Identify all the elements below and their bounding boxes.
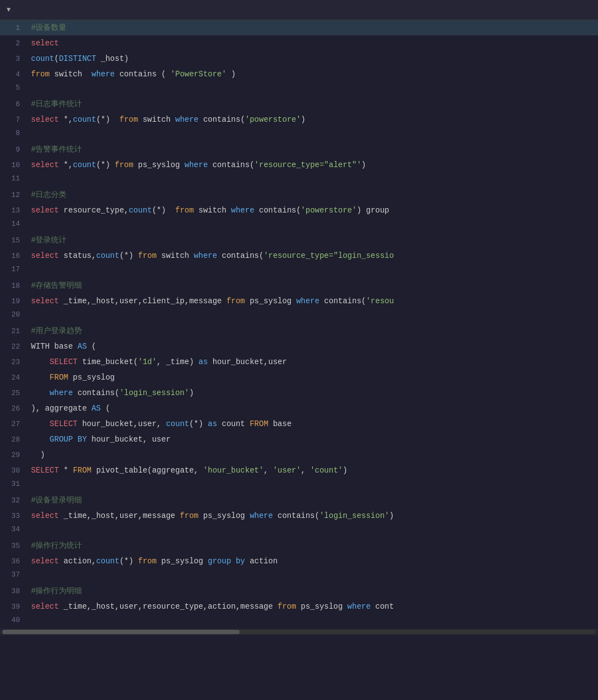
table-row: 13 select resource_type,count(*) from sw… — [0, 203, 598, 218]
line-number: 39 — [0, 602, 29, 611]
line-number: 40 — [0, 615, 29, 624]
table-row: 18 #存储告警明细 — [0, 278, 598, 293]
editor-container: ▼ 1 #设备数量 2 select 3 count(DISTINCT _hos… — [0, 0, 598, 700]
line-content: select *,count(*) from switch where cont… — [29, 112, 598, 127]
line-number: 1 — [0, 23, 29, 32]
table-row: 20 — [0, 309, 598, 323]
line-content: select _time,_host,user,resource_type,ac… — [29, 599, 598, 614]
line-content: WITH base AS ( — [29, 339, 598, 354]
line-number: 20 — [0, 309, 29, 319]
line-number: 3 — [0, 54, 29, 63]
table-row: 4 from switch where contains ( 'PowerSto… — [0, 66, 598, 82]
table-row: 27 SELECT hour_bucket,user, count(*) as … — [0, 416, 598, 432]
line-content: select status,count(*) from switch where… — [29, 248, 598, 263]
table-row: 14 — [0, 218, 598, 232]
line-number: 33 — [0, 511, 29, 520]
line-number: 27 — [0, 419, 29, 428]
toolbar: ▼ — [0, 0, 598, 20]
table-row: 8 — [0, 127, 598, 142]
line-content: ) — [29, 448, 598, 462]
table-row: 35 #操作行为统计 — [0, 538, 598, 553]
line-content: select — [29, 36, 598, 50]
line-content: select _time,_host,user,client_ip,messag… — [29, 294, 598, 308]
line-content: SELECT time_bucket('1d', _time) as hour_… — [29, 355, 598, 369]
table-row: 15 #登录统计 — [0, 232, 598, 248]
table-row: 26 ), aggregate AS ( — [0, 401, 598, 416]
table-row: 25 where contains('login_session') — [0, 385, 598, 401]
line-number: 14 — [0, 219, 29, 228]
line-content: where contains('login_session') — [29, 386, 598, 400]
line-number: 13 — [0, 205, 29, 215]
line-content: #设备登录明细 — [29, 493, 598, 507]
line-number: 6 — [0, 99, 29, 108]
line-content: #操作行为统计 — [29, 538, 598, 553]
line-number: 30 — [0, 465, 29, 475]
line-number: 10 — [0, 160, 29, 169]
table-row: 28 GROUP BY hour_bucket, user — [0, 432, 598, 447]
line-content: ), aggregate AS ( — [29, 401, 598, 416]
line-number: 21 — [0, 326, 29, 335]
line-content: GROUP BY hour_bucket, user — [29, 432, 598, 447]
line-number: 36 — [0, 556, 29, 566]
table-row: 22 WITH base AS ( — [0, 339, 598, 354]
line-content: #存储告警明细 — [29, 278, 598, 293]
line-number: 29 — [0, 450, 29, 459]
table-row: 10 select *,count(*) from ps_syslog wher… — [0, 157, 598, 173]
table-row: 7 select *,count(*) from switch where co… — [0, 112, 598, 127]
table-row: 3 count(DISTINCT _host) — [0, 51, 598, 66]
line-content: select *,count(*) from ps_syslog where c… — [29, 158, 598, 172]
horizontal-scrollbar[interactable] — [0, 629, 598, 635]
table-row: 31 — [0, 478, 598, 492]
line-content: select _time,_host,user,message from ps_… — [29, 509, 598, 523]
line-content: FROM ps_syslog — [29, 370, 598, 385]
line-number: 28 — [0, 434, 29, 444]
line-number: 12 — [0, 190, 29, 199]
line-number: 31 — [0, 479, 29, 488]
line-content: #操作行为明细 — [29, 584, 598, 598]
line-number: 26 — [0, 403, 29, 413]
line-content: from switch where contains ( 'PowerStore… — [29, 67, 598, 81]
line-content: count(DISTINCT _host) — [29, 51, 598, 66]
line-content: #设备数量 — [29, 20, 598, 35]
table-row: 39 select _time,_host,user,resource_type… — [0, 599, 598, 614]
table-row: 33 select _time,_host,user,message from … — [0, 508, 598, 523]
table-row: 36 select action,count(*) from ps_syslog… — [0, 553, 598, 569]
line-number: 32 — [0, 495, 29, 505]
line-content: #用户登录趋势 — [29, 324, 598, 338]
table-row: 30 SELECT * FROM pivot_table(aggregate, … — [0, 463, 598, 478]
line-number: 4 — [0, 69, 29, 79]
table-row: 2 select — [0, 35, 598, 51]
table-row: 21 #用户登录趋势 — [0, 323, 598, 339]
table-row: 40 — [0, 614, 598, 629]
line-number: 37 — [0, 569, 29, 579]
line-number: 9 — [0, 144, 29, 154]
code-area: 1 #设备数量 2 select 3 count(DISTINCT _host)… — [0, 20, 598, 629]
table-row: 29 ) — [0, 447, 598, 463]
line-number: 8 — [0, 128, 29, 137]
table-row: 19 select _time,_host,user,client_ip,mes… — [0, 293, 598, 309]
line-number: 19 — [0, 296, 29, 305]
line-content: #告警事件统计 — [29, 142, 598, 157]
line-content: select action,count(*) from ps_syslog gr… — [29, 554, 598, 568]
line-number: 16 — [0, 251, 29, 260]
table-row: 17 — [0, 263, 598, 278]
line-number: 15 — [0, 235, 29, 245]
line-number: 23 — [0, 357, 29, 366]
scrollbar-thumb[interactable] — [2, 630, 240, 634]
line-number: 34 — [0, 524, 29, 533]
table-row: 24 FROM ps_syslog — [0, 370, 598, 385]
table-row: 38 #操作行为明细 — [0, 583, 598, 599]
line-number: 17 — [0, 264, 29, 273]
table-row: 23 SELECT time_bucket('1d', _time) as ho… — [0, 354, 598, 370]
table-row: 16 select status,count(*) from switch wh… — [0, 248, 598, 263]
line-number: 2 — [0, 38, 29, 48]
line-content: SELECT * FROM pivot_table(aggregate, 'ho… — [29, 463, 598, 478]
table-row: 9 #告警事件统计 — [0, 142, 598, 157]
table-row: 34 — [0, 523, 598, 538]
table-row: 1 #设备数量 — [0, 20, 598, 35]
dropdown-arrow-icon[interactable]: ▼ — [7, 6, 11, 14]
scrollbar-track — [2, 630, 596, 634]
line-content: #日志分类 — [29, 188, 598, 202]
line-number: 5 — [0, 82, 29, 92]
line-number: 35 — [0, 541, 29, 550]
